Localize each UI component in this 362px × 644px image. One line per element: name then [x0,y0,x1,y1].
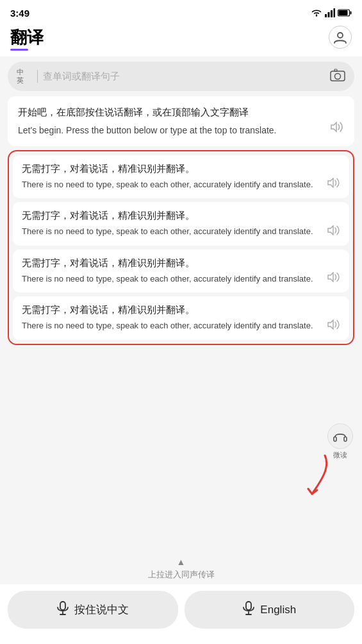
trans-text-block: 无需打字，对着说话，精准识别并翻译。 There is no need to t… [22,163,327,191]
chevron-up-icon: ▲ [177,557,186,567]
page-title: 翻译 [10,26,44,49]
svg-rect-17 [246,602,251,610]
svg-rect-3 [331,10,333,17]
trans-en-text: There is no need to type, speak to each … [22,178,322,191]
search-divider [37,70,38,83]
intro-card: 开始吧，在底部按住说话翻译，或在顶部输入文字翻译 Let's begin. Pr… [8,96,354,146]
svg-rect-2 [328,12,330,17]
speak-english-label: English [260,604,296,616]
svg-rect-14 [60,602,65,610]
trans-cn-text: 无需打字，对着说话，精准识别并翻译。 [22,163,322,175]
svg-point-10 [335,73,341,79]
search-input-placeholder[interactable]: 查单词或翻译句子 [43,71,325,83]
translation-card: 无需打字，对着说话，精准识别并翻译。 There is no need to t… [13,202,349,246]
header: 翻译 [0,23,362,56]
status-icons [311,8,352,17]
translation-card: 无需打字，对着说话，精准识别并翻译。 There is no need to t… [13,296,349,340]
bottom-buttons: 按住说中文 English [0,584,362,644]
intro-en-text: Let's begin. Press the button below or t… [18,124,325,137]
mic-icon-right [242,601,255,618]
trans-en-text: There is no need to type, speak to each … [22,319,322,332]
trans-text-block: 无需打字，对着说话，精准识别并翻译。 There is no need to t… [22,210,327,238]
speak-chinese-label: 按住说中文 [74,602,129,617]
svg-point-0 [316,15,317,16]
bottom-section: ▲ 上拉进入同声传译 按住说中文 [0,550,362,644]
svg-rect-11 [334,69,337,71]
translation-card: 无需打字，对着说话，精准识别并翻译。 There is no need to t… [13,155,349,199]
intro-sound-button[interactable] [330,121,344,136]
trans-sound-button-0[interactable] [327,178,340,191]
trans-text-block: 无需打字，对着说话，精准识别并翻译。 There is no need to t… [22,257,327,285]
svg-rect-12 [334,437,336,441]
intro-text-block: 开始吧，在底部按住说话翻译，或在顶部输入文字翻译 Let's begin. Pr… [18,105,330,137]
status-time: 3:49 [10,8,29,19]
mic-icon-left [56,601,69,618]
wifi-icon [311,8,322,17]
svg-rect-1 [325,14,327,17]
svg-rect-13 [344,437,347,441]
avatar-button[interactable] [329,26,352,49]
trans-en-text: There is no need to type, speak to each … [22,273,322,285]
svg-rect-6 [350,12,352,15]
trans-cn-text: 无需打字，对着说话，精准识别并翻译。 [22,304,322,316]
trans-text-block: 无需打字，对着说话，精准识别并翻译。 There is no need to t… [22,304,327,332]
svg-point-8 [338,33,343,38]
translation-card: 无需打字，对着说话，精准识别并翻译。 There is no need to t… [13,250,349,293]
svg-rect-7 [339,10,348,15]
translation-list: 无需打字，对着说话，精准识别并翻译。 There is no need to t… [8,150,354,345]
trans-sound-button-1[interactable] [327,225,340,238]
headphone-icon [327,423,353,449]
trans-sound-button-2[interactable] [327,272,340,285]
search-bar[interactable]: 中 英 查单词或翻译句子 [8,62,354,91]
arrow-indicator [299,449,338,503]
trans-cn-text: 无需打字，对着说话，精准识别并翻译。 [22,210,322,222]
swipe-hint-text: 上拉进入同声传译 [148,569,215,580]
trans-cn-text: 无需打字，对着说话，精准识别并翻译。 [22,257,322,269]
trans-en-text: There is no need to type, speak to each … [22,225,322,238]
camera-icon[interactable] [330,69,345,85]
svg-rect-4 [334,8,336,17]
speak-chinese-button[interactable]: 按住说中文 [8,591,178,629]
speak-english-button[interactable]: English [185,591,355,629]
trans-sound-button-3[interactable] [327,319,340,332]
battery-icon [338,9,352,17]
status-bar: 3:49 [0,0,362,23]
intro-cn-text: 开始吧，在底部按住说话翻译，或在顶部输入文字翻译 [18,105,325,120]
signal-icon [325,8,335,17]
search-lang-indicator: 中 英 [17,68,32,85]
swipe-hint: ▲ 上拉进入同声传译 [0,550,362,584]
